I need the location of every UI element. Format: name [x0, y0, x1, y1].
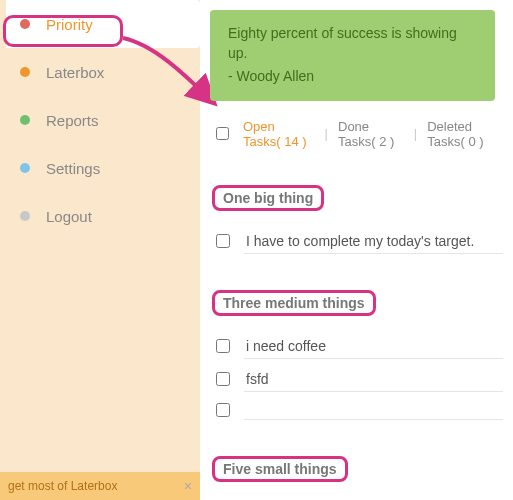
- filter-open[interactable]: Open Tasks( 14 ): [243, 119, 315, 149]
- task-checkbox[interactable]: [216, 339, 230, 353]
- task-row: [216, 400, 503, 420]
- dot-icon: [20, 19, 30, 29]
- section-title: Three medium things: [223, 295, 365, 311]
- quote-text: Eighty percent of success is showing up.: [228, 25, 457, 61]
- sidebar-item-laterbox[interactable]: Laterbox: [0, 48, 200, 96]
- sidebar-item-label: Settings: [46, 160, 100, 177]
- dot-icon: [20, 211, 30, 221]
- section-title: One big thing: [223, 190, 313, 206]
- dot-icon: [20, 163, 30, 173]
- sidebar-item-label: Logout: [46, 208, 92, 225]
- task-text[interactable]: I have to complete my today's target.: [244, 229, 503, 254]
- task-text[interactable]: [244, 400, 503, 420]
- sidebar-item-label: Laterbox: [46, 64, 104, 81]
- close-icon[interactable]: ×: [184, 478, 192, 494]
- dot-icon: [20, 67, 30, 77]
- select-all-checkbox[interactable]: [216, 127, 229, 140]
- sidebar-item-priority[interactable]: Priority: [6, 0, 200, 48]
- filter-deleted[interactable]: Deleted Tasks( 0 ): [427, 119, 503, 149]
- section-heading-big: One big thing: [212, 185, 324, 211]
- task-checkbox[interactable]: [216, 234, 230, 248]
- sidebar: Priority Laterbox Reports Settings Logou…: [0, 0, 200, 500]
- filter-done[interactable]: Done Tasks( 2 ): [338, 119, 404, 149]
- task-row: fsfd: [216, 367, 503, 392]
- section-title: Five small things: [223, 461, 337, 477]
- task-checkbox[interactable]: [216, 403, 230, 417]
- separator: |: [410, 126, 421, 141]
- task-checkbox[interactable]: [216, 372, 230, 386]
- separator: |: [321, 126, 332, 141]
- sidebar-footer[interactable]: get most of Laterbox ×: [0, 472, 200, 500]
- footer-text: get most of Laterbox: [8, 479, 117, 493]
- sidebar-item-logout[interactable]: Logout: [0, 192, 200, 240]
- sidebar-item-settings[interactable]: Settings: [0, 144, 200, 192]
- quote-banner: Eighty percent of success is showing up.…: [210, 10, 495, 101]
- task-filters: Open Tasks( 14 ) | Done Tasks( 2 ) | Del…: [216, 119, 503, 149]
- main-content: Eighty percent of success is showing up.…: [210, 0, 513, 500]
- sidebar-item-label: Priority: [46, 16, 93, 33]
- section-heading-small: Five small things: [212, 456, 348, 482]
- task-text[interactable]: fsfd: [244, 367, 503, 392]
- quote-author: - Woody Allen: [228, 67, 477, 87]
- sidebar-item-label: Reports: [46, 112, 99, 129]
- section-heading-medium: Three medium things: [212, 290, 376, 316]
- task-row: I have to complete my today's target.: [216, 229, 503, 254]
- dot-icon: [20, 115, 30, 125]
- task-row: i need coffee: [216, 334, 503, 359]
- sidebar-item-reports[interactable]: Reports: [0, 96, 200, 144]
- task-text[interactable]: i need coffee: [244, 334, 503, 359]
